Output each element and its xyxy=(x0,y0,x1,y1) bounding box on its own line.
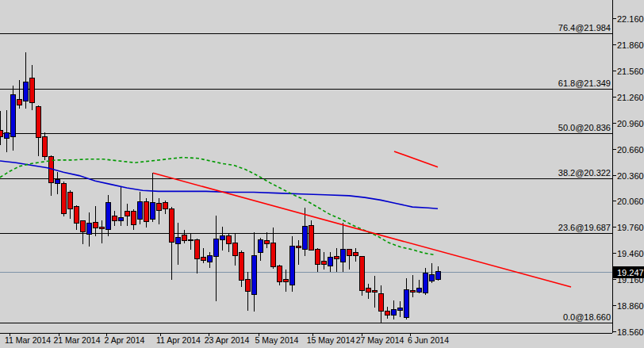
fib-label: 50.0@20.836 xyxy=(558,123,611,132)
candle-body-down xyxy=(359,257,364,291)
candle-body-down xyxy=(112,216,117,221)
candle-body-down xyxy=(125,212,129,216)
candle-body-up xyxy=(416,288,421,292)
price-tick-label: 22.160 xyxy=(617,14,644,24)
candle-body-up xyxy=(404,289,408,317)
date-tick-label: 11 Mar 2014 xyxy=(5,335,51,345)
candle xyxy=(61,182,66,216)
candle-body-up xyxy=(207,256,212,262)
candle-body-down xyxy=(67,192,72,208)
candle-body-up xyxy=(429,275,434,281)
candle-body-down xyxy=(74,206,79,224)
candle-body-down xyxy=(270,243,275,267)
date-tick-label: 11 Apr 2014 xyxy=(156,335,201,345)
price-tick-label: 20.660 xyxy=(617,145,644,155)
candle-body-down xyxy=(239,252,243,280)
candle-body-up xyxy=(10,95,15,137)
candle-body-down xyxy=(372,290,377,292)
candle-body-down xyxy=(99,227,104,228)
candle-body-up xyxy=(289,247,294,285)
fib-label: 23.6@19.687 xyxy=(558,223,611,232)
candle-body-up xyxy=(175,238,180,244)
candle-body-up xyxy=(105,203,110,230)
date-tick-label: 2 Apr 2014 xyxy=(105,335,145,345)
candle-body-down xyxy=(296,247,301,248)
candle-body-down xyxy=(283,279,288,281)
candle-body-up xyxy=(397,308,402,310)
candle-body-up xyxy=(4,133,9,139)
candle-body-down xyxy=(0,131,2,137)
candle-body-down xyxy=(131,212,136,224)
candle-body-down xyxy=(144,202,148,222)
candle-body-up xyxy=(220,235,224,239)
candle-body-down xyxy=(80,221,85,232)
candle-body-down xyxy=(245,279,250,291)
price-tick-label: 18.560 xyxy=(617,327,644,337)
current-price-badge-label: 19.247 xyxy=(617,268,644,277)
fib-label: 0.0@18.660 xyxy=(563,312,611,322)
candle-body-up xyxy=(423,273,427,293)
current-price-badge: 19.247 xyxy=(613,266,644,278)
candle-body-up xyxy=(328,258,332,266)
fib-label: 38.2@20.322 xyxy=(558,168,611,178)
candle-body-down xyxy=(163,203,167,209)
candle-body-down xyxy=(156,204,161,211)
candle-body-up xyxy=(435,272,440,280)
price-tick-label: 19.460 xyxy=(617,249,644,258)
candle-body-down xyxy=(309,225,313,250)
candle-body-up xyxy=(118,217,123,220)
candle-body-down xyxy=(347,250,351,256)
candle-body-down xyxy=(321,261,326,264)
candle-body-down xyxy=(61,184,66,214)
candle-body-up xyxy=(340,250,345,262)
candle-body-down xyxy=(410,290,415,292)
candle-body-down xyxy=(182,235,186,241)
date-tick-label: 6 Jun 2014 xyxy=(408,335,449,345)
candle-body-up xyxy=(258,240,263,252)
price-tick-label: 20.060 xyxy=(617,197,644,206)
candle xyxy=(359,256,364,296)
candle-body-down xyxy=(385,312,389,315)
candle-body-up xyxy=(86,224,91,234)
date-scale[interactable]: 11 Mar 201421 Mar 20142 Apr 201411 Apr 2… xyxy=(5,333,449,345)
price-tick-label: 20.960 xyxy=(617,119,644,128)
candle-body-down xyxy=(169,208,174,242)
price-tick-label: 21.860 xyxy=(617,40,644,50)
candle-body-down xyxy=(334,257,339,259)
candle-body-down xyxy=(201,258,205,260)
fib-label: 61.8@21.349 xyxy=(558,78,611,88)
price-tick-label: 21.560 xyxy=(617,67,644,76)
candle-body-down xyxy=(42,136,47,156)
date-tick-label: 27 May 2014 xyxy=(356,335,404,345)
candle-body-up xyxy=(213,239,218,257)
candle-body-up xyxy=(23,82,28,101)
candle-body-up xyxy=(251,256,256,295)
candle-body-down xyxy=(353,252,358,255)
price-chart[interactable]: 76.4@21.98461.8@21.34950.0@20.83638.2@20… xyxy=(0,0,644,348)
date-tick-label: 23 Apr 2014 xyxy=(205,335,250,345)
fib-label: 76.4@21.984 xyxy=(558,23,611,33)
candle-body-down xyxy=(93,223,98,228)
price-tick-label: 18.860 xyxy=(617,301,644,311)
candle-body-down xyxy=(29,78,34,103)
candle-body-up xyxy=(302,226,307,250)
candle-body-down xyxy=(226,235,231,243)
candle-body-down xyxy=(17,99,21,105)
candle xyxy=(42,132,47,160)
candle-body-down xyxy=(315,250,320,265)
candle-body-down xyxy=(36,107,40,137)
candle-body-down xyxy=(366,288,370,292)
candle-body-down xyxy=(264,241,269,243)
candle-body-up xyxy=(55,179,59,183)
chart-background xyxy=(0,0,644,348)
candle-body-down xyxy=(277,266,282,282)
candle-body-up xyxy=(391,310,396,315)
candle-body-up xyxy=(150,203,155,220)
chart-window: 76.4@21.98461.8@21.34950.0@20.83638.2@20… xyxy=(0,0,644,348)
date-tick-label: 5 May 2014 xyxy=(255,335,299,345)
price-tick-label: 20.360 xyxy=(617,171,644,181)
candle xyxy=(277,265,282,285)
price-tick-label: 19.760 xyxy=(617,223,644,232)
date-tick-label: 15 May 2014 xyxy=(307,335,355,345)
candle-body-down xyxy=(188,240,193,241)
